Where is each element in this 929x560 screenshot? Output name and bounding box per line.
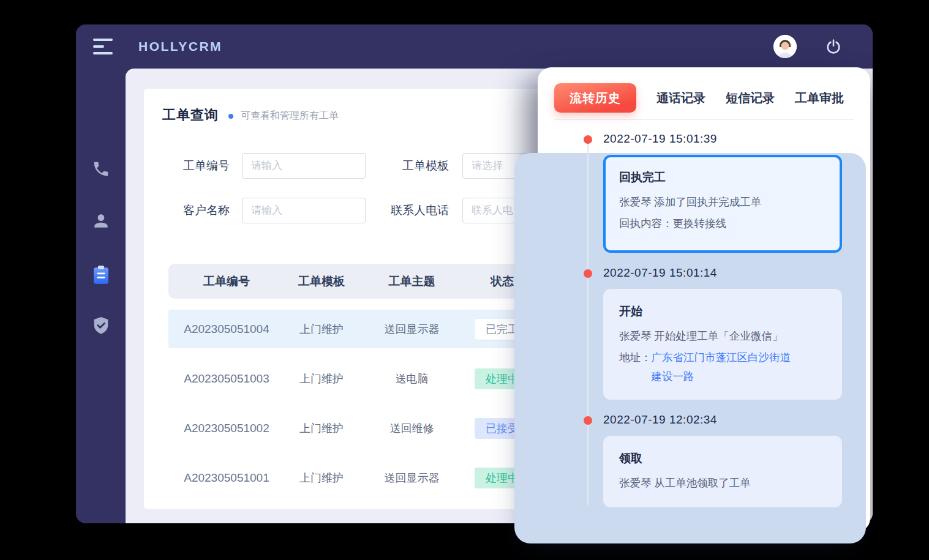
- detail-tabs: 流转历史 通话记录 短信记录 工单审批: [554, 83, 854, 113]
- timeline-timestamp: 2022-07-19 15:01:14: [603, 266, 854, 280]
- tabs-divider: [554, 119, 854, 120]
- timeline-card-line: 回执内容：更换转接线: [619, 213, 826, 234]
- timeline-card-line: 张爱琴 开始处理工单「企业微信」: [619, 326, 826, 347]
- cell-template: 上门维护: [285, 471, 358, 485]
- cell-order-id: A202305051004: [168, 323, 285, 336]
- timeline-item: 2022-07-19 12:02:34 领取 张爱琴 从工单池领取了工单: [554, 413, 854, 507]
- sidebar-item-calls[interactable]: [76, 160, 126, 181]
- timeline-card-title: 领取: [619, 450, 826, 466]
- user-icon: [91, 211, 111, 233]
- field-label-customer: 客户名称: [162, 203, 230, 218]
- app-logo: HOLLYCRM: [138, 39, 222, 54]
- address-label: 地址：: [619, 348, 652, 386]
- cell-subject: 送回显示器: [358, 471, 465, 485]
- tab-sms-records[interactable]: 短信记录: [726, 90, 775, 106]
- cell-template: 上门维护: [285, 421, 358, 436]
- cell-order-id: A202305051003: [168, 372, 285, 386]
- timeline-card-selected[interactable]: 回执完工 张爱琴 添加了回执并完成工单 回执内容：更换转接线: [603, 155, 842, 253]
- timeline-item: 2022-07-19 15:01:14 开始 张爱琴 开始处理工单「企业微信」 …: [554, 266, 854, 400]
- col-header-order-id: 工单编号: [168, 274, 285, 289]
- clipboard-icon: [91, 264, 111, 288]
- tab-approval[interactable]: 工单审批: [795, 90, 844, 106]
- sidebar-item-security[interactable]: [76, 316, 126, 338]
- field-label-template: 工单模板: [366, 158, 449, 174]
- tab-call-records[interactable]: 通话记录: [656, 90, 705, 106]
- cell-subject: 送回维修: [358, 421, 465, 436]
- timeline-card-line: 张爱琴 从工单池领取了工单: [619, 472, 826, 494]
- sidebar: [76, 24, 126, 523]
- cell-subject: 送电脑: [358, 371, 465, 386]
- timeline-card-title: 回执完工: [619, 170, 826, 185]
- cell-template: 上门维护: [285, 371, 358, 386]
- timeline-card-title: 开始: [619, 304, 826, 319]
- power-icon[interactable]: [825, 38, 842, 55]
- order-id-input[interactable]: [242, 153, 366, 179]
- subtitle-dot: [228, 114, 233, 119]
- cell-order-id: A202305051001: [168, 471, 285, 485]
- cell-order-id: A202305051002: [168, 422, 285, 435]
- field-label-order-id: 工单编号: [162, 158, 230, 174]
- cell-subject: 送回显示器: [358, 322, 465, 337]
- detail-panel: 流转历史 通话记录 短信记录 工单审批 2022-07-19 15:01:39 …: [538, 67, 870, 532]
- timeline-card[interactable]: 开始 张爱琴 开始处理工单「企业微信」 地址： 广东省江门市蓬江区白沙街道建设一…: [603, 289, 842, 400]
- col-header-subject: 工单主题: [358, 274, 465, 289]
- timeline-dot: [584, 416, 592, 425]
- timeline-dot: [584, 269, 592, 278]
- address-link[interactable]: 广东省江门市蓬江区白沙街道建设一路: [652, 348, 797, 386]
- customer-name-input[interactable]: [242, 198, 366, 223]
- sidebar-item-customers[interactable]: [76, 211, 126, 233]
- col-header-template: 工单模板: [285, 274, 358, 289]
- page-title: 工单查询: [162, 106, 219, 124]
- timeline-timestamp: 2022-07-19 15:01:39: [603, 132, 854, 146]
- user-avatar[interactable]: [773, 35, 797, 58]
- sidebar-item-workorders[interactable]: [76, 264, 126, 288]
- timeline-dot: [584, 135, 592, 144]
- timeline-card[interactable]: 领取 张爱琴 从工单池领取了工单: [603, 436, 842, 507]
- cell-template: 上门维护: [285, 322, 358, 337]
- timeline-timestamp: 2022-07-19 12:02:34: [603, 413, 854, 427]
- topbar-actions: [773, 35, 842, 58]
- page-subtitle: 可查看和管理所有工单: [241, 110, 339, 122]
- tab-flow-history[interactable]: 流转历史: [554, 83, 636, 113]
- flow-history-timeline: 2022-07-19 15:01:39 回执完工 张爱琴 添加了回执并完成工单 …: [554, 132, 854, 507]
- timeline-card-line: 张爱琴 添加了回执并完成工单: [619, 192, 826, 213]
- menu-icon[interactable]: [93, 39, 113, 54]
- phone-icon: [92, 160, 110, 181]
- field-label-phone: 联系人电话: [366, 203, 449, 218]
- shield-check-icon: [91, 316, 111, 338]
- top-bar: HOLLYCRM: [76, 24, 873, 69]
- timeline-item: 2022-07-19 15:01:39 回执完工 张爱琴 添加了回执并完成工单 …: [554, 132, 854, 253]
